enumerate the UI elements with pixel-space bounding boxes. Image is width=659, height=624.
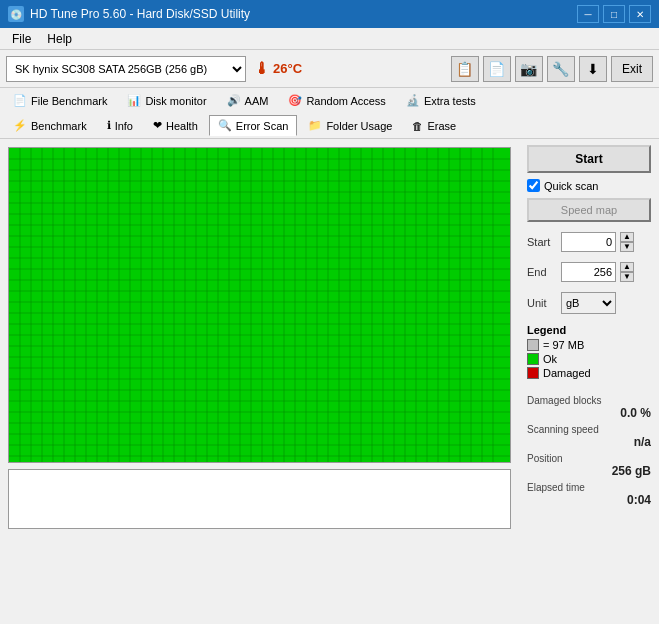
nav-row-2: ⚡ Benchmark ℹ Info ❤ Health 🔍 Error Scan…: [0, 113, 659, 138]
elapsed-time-value: 0:04: [527, 493, 651, 507]
start-field-row: Start ▲ ▼: [527, 232, 651, 252]
disk-monitor-label: Disk monitor: [145, 95, 206, 107]
window-controls: ─ □ ✕: [577, 5, 651, 23]
legend-item-ok: Ok: [527, 353, 651, 365]
tab-disk-monitor[interactable]: 📊 Disk monitor: [118, 90, 215, 111]
app-icon: 💿: [8, 6, 24, 22]
info-label: Info: [115, 120, 133, 132]
start-spin-up[interactable]: ▲: [620, 232, 634, 242]
damaged-blocks-label: Damaged blocks: [527, 395, 651, 406]
error-scan-grid: [8, 147, 511, 463]
legend-color-ok: [527, 353, 539, 365]
start-button[interactable]: Start: [527, 145, 651, 173]
error-scan-label: Error Scan: [236, 120, 289, 132]
extra-tests-icon: 🔬: [406, 94, 420, 107]
end-spin-down[interactable]: ▼: [620, 272, 634, 282]
tab-random-access[interactable]: 🎯 Random Access: [279, 90, 394, 111]
tab-benchmark[interactable]: ⚡ Benchmark: [4, 115, 96, 136]
health-label: Health: [166, 120, 198, 132]
main-area: Start Quick scan Speed map Start ▲ ▼ End…: [0, 139, 659, 537]
legend-item-gray: = 97 MB: [527, 339, 651, 351]
file-benchmark-icon: 📄: [13, 94, 27, 107]
tab-erase[interactable]: 🗑 Erase: [403, 116, 465, 136]
toolbar-btn-1[interactable]: 📋: [451, 56, 479, 82]
health-icon: ❤: [153, 119, 162, 132]
position-label: Position: [527, 453, 651, 464]
legend-item-damaged: Damaged: [527, 367, 651, 379]
nav-row-1: 📄 File Benchmark 📊 Disk monitor 🔊 AAM 🎯 …: [0, 88, 659, 113]
tab-error-scan[interactable]: 🔍 Error Scan: [209, 115, 298, 136]
unit-label: Unit: [527, 297, 557, 309]
legend-label-gray: = 97 MB: [543, 339, 584, 351]
end-field-row: End ▲ ▼: [527, 262, 651, 282]
nav-tabs: 📄 File Benchmark 📊 Disk monitor 🔊 AAM 🎯 …: [0, 88, 659, 139]
stats-section: Damaged blocks 0.0 % Scanning speed n/a …: [527, 391, 651, 507]
random-access-label: Random Access: [306, 95, 385, 107]
legend-section: Legend = 97 MB Ok Damaged: [527, 324, 651, 381]
tab-extra-tests[interactable]: 🔬 Extra tests: [397, 90, 485, 111]
unit-row: Unit gB MB kB: [527, 292, 651, 314]
end-input[interactable]: [561, 262, 616, 282]
legend-label-damaged: Damaged: [543, 367, 591, 379]
damaged-blocks-value: 0.0 %: [527, 406, 651, 420]
erase-icon: 🗑: [412, 120, 423, 132]
tab-folder-usage[interactable]: 📁 Folder Usage: [299, 115, 401, 136]
aam-icon: 🔊: [227, 94, 241, 107]
tab-info[interactable]: ℹ Info: [98, 115, 142, 136]
folder-usage-label: Folder Usage: [326, 120, 392, 132]
toolbar-btn-4[interactable]: 🔧: [547, 56, 575, 82]
legend-label-ok: Ok: [543, 353, 557, 365]
end-spin-up[interactable]: ▲: [620, 262, 634, 272]
benchmark-icon: ⚡: [13, 119, 27, 132]
toolbar-btn-3[interactable]: 📷: [515, 56, 543, 82]
toolbar: SK hynix SC308 SATA 256GB (256 gB) 🌡 26°…: [0, 50, 659, 88]
toolbar-btn-2[interactable]: 📄: [483, 56, 511, 82]
folder-usage-icon: 📁: [308, 119, 322, 132]
grid-svg: [9, 148, 510, 462]
drive-select[interactable]: SK hynix SC308 SATA 256GB (256 gB): [6, 56, 246, 82]
start-spinner: ▲ ▼: [620, 232, 634, 252]
end-field-label: End: [527, 266, 557, 278]
position-value: 256 gB: [527, 464, 651, 478]
menu-bar: File Help: [0, 28, 659, 50]
quick-scan-row: Quick scan: [527, 179, 651, 192]
menu-help[interactable]: Help: [39, 30, 80, 48]
end-spinner: ▲ ▼: [620, 262, 634, 282]
disk-monitor-icon: 📊: [127, 94, 141, 107]
minimize-button[interactable]: ─: [577, 5, 599, 23]
right-panel: Start Quick scan Speed map Start ▲ ▼ End…: [519, 139, 659, 537]
elapsed-time-label: Elapsed time: [527, 482, 651, 493]
thermometer-icon: 🌡: [254, 60, 270, 78]
file-benchmark-label: File Benchmark: [31, 95, 107, 107]
random-access-icon: 🎯: [288, 94, 302, 107]
unit-select[interactable]: gB MB kB: [561, 292, 616, 314]
chart-area: [0, 139, 519, 537]
tab-file-benchmark[interactable]: 📄 File Benchmark: [4, 90, 116, 111]
svg-rect-0: [9, 148, 510, 462]
legend-color-gray: [527, 339, 539, 351]
benchmark-label: Benchmark: [31, 120, 87, 132]
tab-aam[interactable]: 🔊 AAM: [218, 90, 278, 111]
toolbar-btn-5[interactable]: ⬇: [579, 56, 607, 82]
erase-label: Erase: [427, 120, 456, 132]
menu-file[interactable]: File: [4, 30, 39, 48]
scanning-speed-label: Scanning speed: [527, 424, 651, 435]
error-scan-icon: 🔍: [218, 119, 232, 132]
extra-tests-label: Extra tests: [424, 95, 476, 107]
log-area: [8, 469, 511, 529]
tab-health[interactable]: ❤ Health: [144, 115, 207, 136]
start-spin-down[interactable]: ▼: [620, 242, 634, 252]
title-bar: 💿 HD Tune Pro 5.60 - Hard Disk/SSD Utili…: [0, 0, 659, 28]
close-button[interactable]: ✕: [629, 5, 651, 23]
maximize-button[interactable]: □: [603, 5, 625, 23]
title-bar-text: HD Tune Pro 5.60 - Hard Disk/SSD Utility: [30, 7, 250, 21]
scanning-speed-value: n/a: [527, 435, 651, 449]
temperature-value: 26°C: [273, 61, 302, 76]
temperature-display: 🌡 26°C: [254, 60, 302, 78]
aam-label: AAM: [245, 95, 269, 107]
quick-scan-checkbox[interactable]: [527, 179, 540, 192]
start-input[interactable]: [561, 232, 616, 252]
speed-map-button[interactable]: Speed map: [527, 198, 651, 222]
exit-button[interactable]: Exit: [611, 56, 653, 82]
legend-color-damaged: [527, 367, 539, 379]
